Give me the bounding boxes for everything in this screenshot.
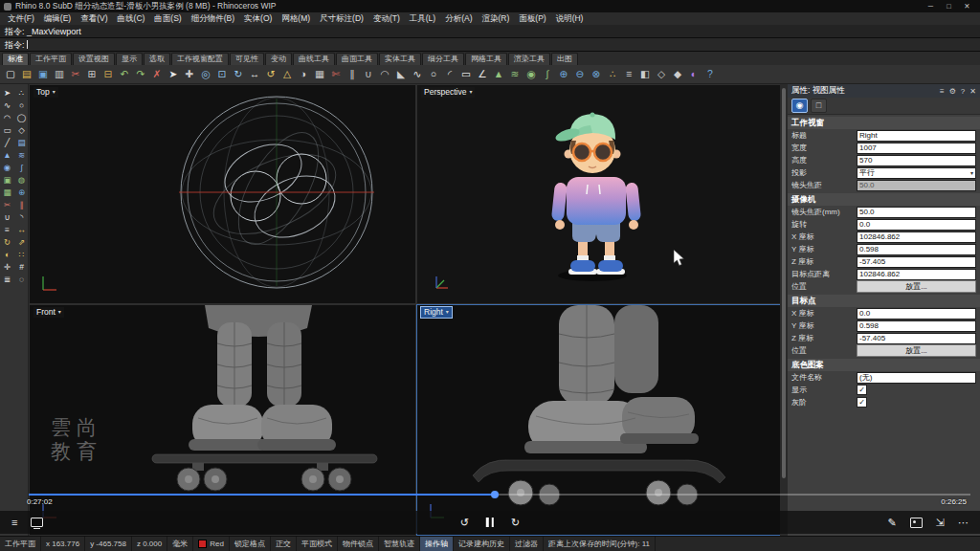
input-field[interactable]: 1007	[857, 143, 976, 154]
menu-item[interactable]: 工具(L)	[405, 12, 440, 25]
mesh-icon[interactable]: ▦	[1, 187, 13, 198]
pan-view-icon[interactable]: ✚	[182, 66, 197, 82]
fullscreen-icon[interactable]: ⇲	[936, 515, 945, 530]
boolean-intersection-icon[interactable]: ⊗	[589, 66, 604, 82]
statusbar-item[interactable]: z 0.000	[132, 537, 167, 551]
viewport-properties-tab-icon[interactable]: ◉	[791, 99, 808, 113]
perspective-viewport-canvas[interactable]	[417, 85, 809, 304]
toolbar-tab[interactable]: 网格工具	[465, 53, 507, 65]
toolbar-tab[interactable]: 出图	[551, 53, 578, 65]
open-file-icon[interactable]: ▤	[19, 66, 34, 82]
zoom-extents-icon[interactable]: ⊡	[214, 66, 230, 82]
input-field[interactable]: 102846.862	[857, 231, 976, 243]
pause-button[interactable]	[486, 517, 494, 528]
input-field[interactable]: 570	[857, 155, 976, 166]
timeline-progress[interactable]	[29, 494, 495, 496]
move-icon[interactable]: ↔	[247, 66, 262, 82]
layers-icon[interactable]: ≣	[1, 274, 13, 285]
chevron-down-icon[interactable]: ▾	[469, 87, 472, 98]
menu-item[interactable]: 曲线(C)	[113, 12, 150, 25]
help-icon[interactable]: ?	[702, 66, 718, 82]
statusbar-item[interactable]: 距离上次保存的时间(分钟): 11	[544, 537, 656, 551]
close-button[interactable]: ✕	[958, 0, 976, 12]
surface-icon[interactable]: ▤	[15, 137, 28, 148]
redo-icon[interactable]: ↷	[133, 66, 148, 82]
input-field[interactable]: -57.405	[857, 333, 976, 344]
statusbar-item[interactable]: 工作平面	[0, 537, 41, 551]
loft-icon[interactable]: ≋	[507, 66, 523, 82]
toolbar-tab[interactable]: 细分工具	[422, 53, 464, 65]
rectangle-icon[interactable]: ▭	[1, 124, 13, 136]
split-icon[interactable]: ∥	[345, 66, 360, 82]
input-field[interactable]: 0.598	[857, 244, 976, 255]
display-properties-tab-icon[interactable]: □	[811, 99, 827, 113]
fillet-icon[interactable]: ◝	[15, 211, 28, 223]
video-timeline[interactable]	[29, 494, 970, 496]
place-button[interactable]: 放置...	[857, 280, 976, 293]
maximize-button[interactable]: □	[940, 0, 958, 12]
minimize-button[interactable]: ─	[922, 0, 940, 12]
toolbar-tab[interactable]: 变动	[265, 53, 292, 65]
ellipse-icon[interactable]: ◯	[15, 112, 28, 123]
polygon-icon[interactable]: ◇	[15, 124, 28, 136]
shaded-display-icon[interactable]: ◆	[670, 66, 685, 82]
paste-icon[interactable]: ⊟	[100, 66, 116, 82]
toolbar-tab[interactable]: 工作平面	[30, 53, 72, 65]
chevron-down-icon[interactable]: ▾	[58, 307, 61, 318]
statusbar-item[interactable]: 智慧轨迹	[379, 537, 420, 551]
split-icon[interactable]: ∥	[15, 199, 28, 210]
input-field[interactable]: Right	[857, 130, 976, 142]
join-icon[interactable]: ∪	[1, 211, 13, 223]
select-icon[interactable]: ➤	[166, 66, 181, 82]
boolean-difference-icon[interactable]: ⊖	[572, 66, 588, 82]
statusbar-item[interactable]: 物件锁点	[338, 537, 379, 551]
select-field[interactable]: 平行▾	[857, 167, 976, 179]
menu-item[interactable]: 网格(M)	[277, 12, 315, 25]
delete-icon[interactable]: ✗	[149, 66, 165, 82]
statusbar-item[interactable]: y -465.758	[85, 537, 132, 551]
move-icon[interactable]: ↔	[15, 224, 28, 235]
input-field[interactable]: -57.405	[857, 256, 976, 268]
loft-icon[interactable]: ≋	[15, 149, 28, 161]
rotate-icon[interactable]: ↻	[1, 236, 13, 248]
arc-icon[interactable]: ◠	[1, 112, 13, 123]
right-viewport-canvas[interactable]	[417, 305, 809, 536]
scale-icon[interactable]: ⇗	[15, 236, 28, 248]
mirror-icon[interactable]: ◐	[1, 249, 13, 260]
input-field[interactable]: 0.0	[857, 219, 976, 231]
gumball-icon[interactable]: ✛	[1, 261, 13, 273]
menu-item[interactable]: 实体(O)	[239, 12, 277, 25]
input-field[interactable]: 50.0	[857, 207, 976, 218]
menu-item[interactable]: 分析(A)	[440, 12, 477, 25]
checkbox[interactable]: ✓	[857, 397, 867, 408]
statusbar-item[interactable]: Red	[193, 537, 230, 551]
pencil-icon[interactable]: ✎	[888, 515, 897, 530]
curve-icon[interactable]: ∿	[1, 99, 13, 111]
gear-icon[interactable]: ⚙	[949, 87, 956, 96]
menu-item[interactable]: 渲染(R)	[477, 12, 514, 25]
subd-box-icon[interactable]: ▣	[1, 174, 13, 186]
revolve-icon[interactable]: ◉	[1, 162, 13, 173]
statusbar-item[interactable]: 毫米	[167, 537, 193, 551]
viewport-right[interactable]: Right ▾	[416, 304, 809, 536]
snapshot-icon[interactable]	[910, 518, 923, 528]
rotate-icon[interactable]: ↺	[263, 66, 278, 82]
wireframe-display-icon[interactable]: ◇	[654, 66, 669, 82]
toolbar-tab[interactable]: 曲面工具	[336, 53, 378, 65]
chamfer-icon[interactable]: ◣	[393, 66, 409, 82]
toolbar-tab[interactable]: 标准	[2, 53, 29, 65]
statusbar-item[interactable]: 操作轴	[420, 537, 454, 551]
input-field[interactable]: 0.598	[857, 320, 976, 332]
menu-item[interactable]: 文件(F)	[3, 12, 39, 25]
toolbar-tab[interactable]: 可见性	[230, 53, 264, 65]
rectangle-icon[interactable]: ▭	[458, 66, 474, 82]
menu-item[interactable]: 编辑(E)	[39, 12, 76, 25]
array-icon[interactable]: ▦	[312, 66, 327, 82]
statusbar-item[interactable]: 锁定格点	[230, 537, 271, 551]
cut-icon[interactable]: ✂	[68, 66, 83, 82]
trim-icon[interactable]: ✂	[1, 199, 13, 210]
polyline-icon[interactable]: ∠	[475, 66, 490, 82]
top-viewport-canvas[interactable]	[30, 85, 416, 304]
input-field[interactable]: 0.0	[857, 308, 976, 320]
scrollbar-thumb[interactable]	[782, 88, 786, 478]
